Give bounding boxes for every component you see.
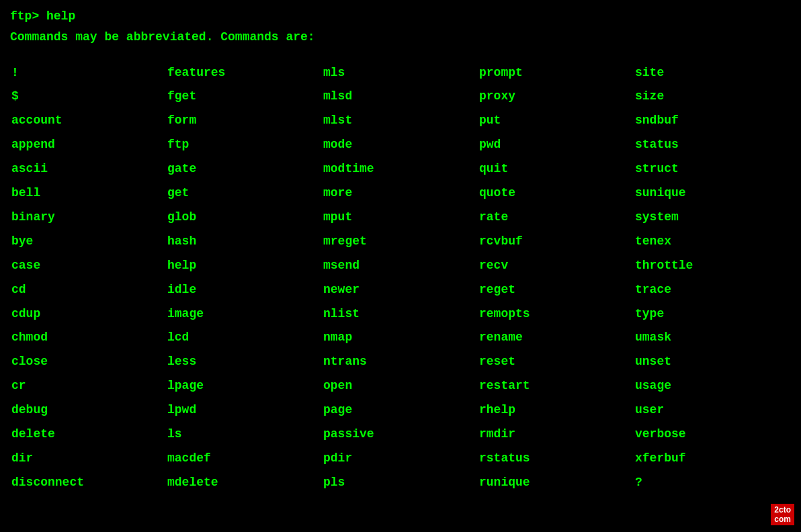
command-cell: ls: [167, 423, 322, 446]
command-cell: chmod: [11, 326, 166, 349]
table-row: asciigatemodtimequitstruct: [11, 158, 790, 181]
command-cell: mdelete: [167, 472, 322, 494]
command-cell: tenex: [635, 230, 790, 253]
command-cell: glob: [167, 206, 322, 229]
command-cell: user: [635, 399, 790, 422]
table-row: bellgetmorequotesunique: [11, 182, 790, 205]
table-row: $fgetmlsdproxysize: [11, 85, 790, 108]
command-cell: xferbuf: [635, 447, 790, 470]
command-cell: type: [635, 303, 790, 326]
command-cell: cdup: [11, 303, 166, 326]
table-row: binaryglobmputratesystem: [11, 206, 790, 229]
command-cell: form: [167, 109, 322, 132]
command-cell: append: [11, 134, 166, 157]
command-cell: macdef: [167, 447, 322, 470]
command-cell: put: [479, 109, 634, 132]
command-cell: mput: [323, 206, 478, 229]
command-cell: restart: [479, 375, 634, 398]
prompt-line: ftp> help: [10, 7, 791, 26]
command-cell: ascii: [11, 158, 166, 181]
command-cell: prompt: [479, 62, 634, 85]
command-cell: bye: [11, 230, 166, 253]
command-cell: features: [167, 62, 322, 85]
table-row: cdupimagenlistremoptstype: [11, 303, 790, 326]
command-cell: umask: [635, 326, 790, 349]
command-cell: delete: [11, 423, 166, 446]
command-cell: proxy: [479, 85, 634, 108]
command-cell: verbose: [635, 423, 790, 446]
command-cell: recv: [479, 255, 634, 277]
command-cell: rcvbuf: [479, 230, 634, 253]
table-row: chmodlcdnmaprenameumask: [11, 326, 790, 349]
command-cell: gate: [167, 158, 322, 181]
command-cell: unset: [635, 351, 790, 373]
command-cell: trace: [635, 279, 790, 302]
command-cell: status: [635, 134, 790, 157]
command-cell: nlist: [323, 303, 478, 326]
command-cell: struct: [635, 158, 790, 181]
command-cell: modtime: [323, 158, 478, 181]
command-cell: mlsd: [323, 85, 478, 108]
command-cell: dir: [11, 447, 166, 470]
command-cell: sunique: [635, 182, 790, 205]
table-row: accountformmlstputsndbuf: [11, 109, 790, 132]
command-cell: msend: [323, 255, 478, 277]
command-cell: quit: [479, 158, 634, 181]
command-cell: debug: [11, 399, 166, 422]
command-cell: fget: [167, 85, 322, 108]
command-cell: sndbuf: [635, 109, 790, 132]
command-cell: nmap: [323, 326, 478, 349]
table-row: deletelspassivermdirverbose: [11, 423, 790, 446]
watermark: 2ctocom: [771, 504, 794, 525]
command-cell: rstatus: [479, 447, 634, 470]
command-cell: size: [635, 85, 790, 108]
command-cell: binary: [11, 206, 166, 229]
command-cell: pwd: [479, 134, 634, 157]
table-row: cdidlenewerregettrace: [11, 279, 790, 302]
command-cell: ftp: [167, 134, 322, 157]
command-cell: reget: [479, 279, 634, 302]
table-row: byehashmregetrcvbuftenex: [11, 230, 790, 253]
command-cell: cd: [11, 279, 166, 302]
command-cell: runique: [479, 472, 634, 494]
table-row: debuglpwdpagerhelpuser: [11, 399, 790, 422]
command-cell: passive: [323, 423, 478, 446]
command-cell: site: [635, 62, 790, 85]
command-cell: mlst: [323, 109, 478, 132]
header-line: Commands may be abbreviated. Commands ar…: [10, 28, 791, 47]
command-cell: usage: [635, 375, 790, 398]
command-cell: newer: [323, 279, 478, 302]
command-cell: pls: [323, 472, 478, 494]
command-cell: system: [635, 206, 790, 229]
command-cell: account: [11, 109, 166, 132]
command-cell: bell: [11, 182, 166, 205]
table-row: appendftpmodepwdstatus: [11, 134, 790, 157]
table-row: closelessntransresetunset: [11, 351, 790, 373]
table-row: dirmacdefpdirrstatusxferbuf: [11, 447, 790, 470]
command-cell: !: [11, 62, 166, 85]
command-cell: more: [323, 182, 478, 205]
command-cell: idle: [167, 279, 322, 302]
command-cell: open: [323, 375, 478, 398]
command-cell: help: [167, 255, 322, 277]
command-cell: reset: [479, 351, 634, 373]
command-cell: throttle: [635, 255, 790, 277]
table-row: crlpageopenrestartusage: [11, 375, 790, 398]
command-cell: lpage: [167, 375, 322, 398]
command-cell: get: [167, 182, 322, 205]
command-cell: $: [11, 85, 166, 108]
command-cell: case: [11, 255, 166, 277]
command-cell: ?: [635, 472, 790, 494]
commands-table: !featuresmlspromptsite$fgetmlsdproxysize…: [10, 54, 791, 496]
command-cell: quote: [479, 182, 634, 205]
command-cell: less: [167, 351, 322, 373]
command-cell: remopts: [479, 303, 634, 326]
table-row: !featuresmlspromptsite: [11, 62, 790, 85]
command-cell: hash: [167, 230, 322, 253]
command-cell: lpwd: [167, 399, 322, 422]
command-cell: lcd: [167, 326, 322, 349]
command-cell: page: [323, 399, 478, 422]
command-cell: image: [167, 303, 322, 326]
table-row: casehelpmsendrecvthrottle: [11, 255, 790, 277]
command-cell: rename: [479, 326, 634, 349]
